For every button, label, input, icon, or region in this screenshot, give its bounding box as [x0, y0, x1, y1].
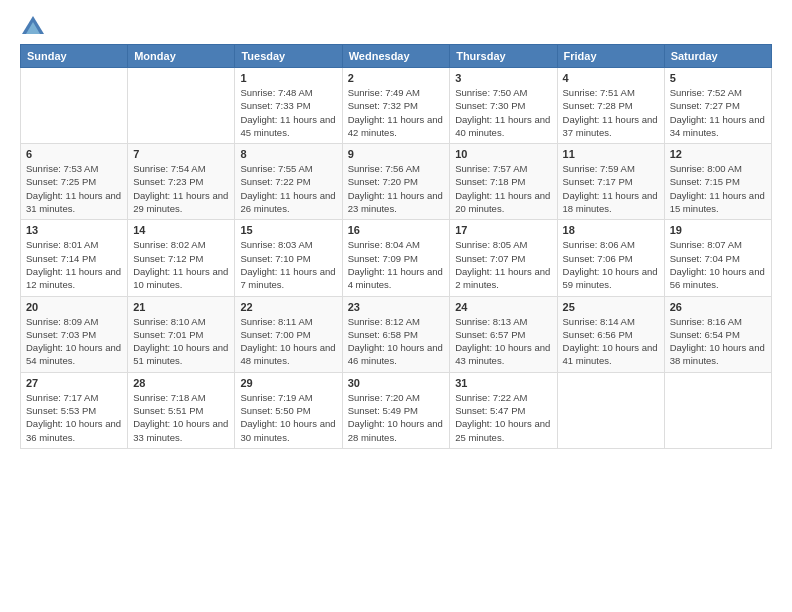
- day-info: Sunrise: 7:48 AMSunset: 7:33 PMDaylight:…: [240, 86, 336, 139]
- day-number: 8: [240, 148, 336, 160]
- day-info: Sunrise: 8:11 AMSunset: 7:00 PMDaylight:…: [240, 315, 336, 368]
- day-info: Sunrise: 8:13 AMSunset: 6:57 PMDaylight:…: [455, 315, 551, 368]
- day-info: Sunrise: 8:06 AMSunset: 7:06 PMDaylight:…: [563, 238, 659, 291]
- calendar-cell: [21, 68, 128, 144]
- logo: [20, 16, 44, 34]
- day-number: 17: [455, 224, 551, 236]
- day-info: Sunrise: 7:50 AMSunset: 7:30 PMDaylight:…: [455, 86, 551, 139]
- day-number: 16: [348, 224, 445, 236]
- page-header: [20, 16, 772, 34]
- day-number: 27: [26, 377, 122, 389]
- day-number: 14: [133, 224, 229, 236]
- day-number: 6: [26, 148, 122, 160]
- day-info: Sunrise: 8:12 AMSunset: 6:58 PMDaylight:…: [348, 315, 445, 368]
- day-info: Sunrise: 8:02 AMSunset: 7:12 PMDaylight:…: [133, 238, 229, 291]
- day-info: Sunrise: 7:53 AMSunset: 7:25 PMDaylight:…: [26, 162, 122, 215]
- calendar-cell: 18Sunrise: 8:06 AMSunset: 7:06 PMDayligh…: [557, 220, 664, 296]
- day-number: 1: [240, 72, 336, 84]
- day-number: 13: [26, 224, 122, 236]
- calendar-cell: 11Sunrise: 7:59 AMSunset: 7:17 PMDayligh…: [557, 144, 664, 220]
- calendar-cell: 25Sunrise: 8:14 AMSunset: 6:56 PMDayligh…: [557, 296, 664, 372]
- calendar-table: SundayMondayTuesdayWednesdayThursdayFrid…: [20, 44, 772, 449]
- day-info: Sunrise: 7:52 AMSunset: 7:27 PMDaylight:…: [670, 86, 766, 139]
- calendar-cell: 22Sunrise: 8:11 AMSunset: 7:00 PMDayligh…: [235, 296, 342, 372]
- day-number: 30: [348, 377, 445, 389]
- calendar-cell: 31Sunrise: 7:22 AMSunset: 5:47 PMDayligh…: [450, 372, 557, 448]
- day-header-sunday: Sunday: [21, 45, 128, 68]
- day-number: 15: [240, 224, 336, 236]
- calendar-cell: 7Sunrise: 7:54 AMSunset: 7:23 PMDaylight…: [128, 144, 235, 220]
- day-header-wednesday: Wednesday: [342, 45, 450, 68]
- day-number: 10: [455, 148, 551, 160]
- day-info: Sunrise: 7:57 AMSunset: 7:18 PMDaylight:…: [455, 162, 551, 215]
- day-info: Sunrise: 8:03 AMSunset: 7:10 PMDaylight:…: [240, 238, 336, 291]
- day-info: Sunrise: 8:04 AMSunset: 7:09 PMDaylight:…: [348, 238, 445, 291]
- calendar-cell: [557, 372, 664, 448]
- calendar-cell: 6Sunrise: 7:53 AMSunset: 7:25 PMDaylight…: [21, 144, 128, 220]
- calendar-cell: 17Sunrise: 8:05 AMSunset: 7:07 PMDayligh…: [450, 220, 557, 296]
- calendar-cell: 23Sunrise: 8:12 AMSunset: 6:58 PMDayligh…: [342, 296, 450, 372]
- day-header-friday: Friday: [557, 45, 664, 68]
- calendar-cell: 21Sunrise: 8:10 AMSunset: 7:01 PMDayligh…: [128, 296, 235, 372]
- day-number: 26: [670, 301, 766, 313]
- calendar-cell: 24Sunrise: 8:13 AMSunset: 6:57 PMDayligh…: [450, 296, 557, 372]
- day-header-saturday: Saturday: [664, 45, 771, 68]
- logo-icon: [22, 16, 44, 34]
- calendar-cell: 12Sunrise: 8:00 AMSunset: 7:15 PMDayligh…: [664, 144, 771, 220]
- calendar-cell: 20Sunrise: 8:09 AMSunset: 7:03 PMDayligh…: [21, 296, 128, 372]
- day-info: Sunrise: 8:16 AMSunset: 6:54 PMDaylight:…: [670, 315, 766, 368]
- day-number: 29: [240, 377, 336, 389]
- day-number: 12: [670, 148, 766, 160]
- calendar-week-row: 1Sunrise: 7:48 AMSunset: 7:33 PMDaylight…: [21, 68, 772, 144]
- day-info: Sunrise: 7:49 AMSunset: 7:32 PMDaylight:…: [348, 86, 445, 139]
- calendar-header-row: SundayMondayTuesdayWednesdayThursdayFrid…: [21, 45, 772, 68]
- calendar-cell: 1Sunrise: 7:48 AMSunset: 7:33 PMDaylight…: [235, 68, 342, 144]
- day-info: Sunrise: 7:20 AMSunset: 5:49 PMDaylight:…: [348, 391, 445, 444]
- day-number: 25: [563, 301, 659, 313]
- calendar-cell: 4Sunrise: 7:51 AMSunset: 7:28 PMDaylight…: [557, 68, 664, 144]
- calendar-cell: 8Sunrise: 7:55 AMSunset: 7:22 PMDaylight…: [235, 144, 342, 220]
- day-info: Sunrise: 8:09 AMSunset: 7:03 PMDaylight:…: [26, 315, 122, 368]
- day-info: Sunrise: 8:10 AMSunset: 7:01 PMDaylight:…: [133, 315, 229, 368]
- day-number: 22: [240, 301, 336, 313]
- day-info: Sunrise: 7:19 AMSunset: 5:50 PMDaylight:…: [240, 391, 336, 444]
- day-info: Sunrise: 8:00 AMSunset: 7:15 PMDaylight:…: [670, 162, 766, 215]
- day-info: Sunrise: 8:07 AMSunset: 7:04 PMDaylight:…: [670, 238, 766, 291]
- calendar-cell: 26Sunrise: 8:16 AMSunset: 6:54 PMDayligh…: [664, 296, 771, 372]
- day-number: 3: [455, 72, 551, 84]
- day-info: Sunrise: 8:05 AMSunset: 7:07 PMDaylight:…: [455, 238, 551, 291]
- day-header-thursday: Thursday: [450, 45, 557, 68]
- day-info: Sunrise: 7:56 AMSunset: 7:20 PMDaylight:…: [348, 162, 445, 215]
- calendar-cell: 19Sunrise: 8:07 AMSunset: 7:04 PMDayligh…: [664, 220, 771, 296]
- day-number: 28: [133, 377, 229, 389]
- calendar-week-row: 13Sunrise: 8:01 AMSunset: 7:14 PMDayligh…: [21, 220, 772, 296]
- calendar-week-row: 27Sunrise: 7:17 AMSunset: 5:53 PMDayligh…: [21, 372, 772, 448]
- day-number: 21: [133, 301, 229, 313]
- calendar-cell: 15Sunrise: 8:03 AMSunset: 7:10 PMDayligh…: [235, 220, 342, 296]
- calendar-cell: 2Sunrise: 7:49 AMSunset: 7:32 PMDaylight…: [342, 68, 450, 144]
- calendar-cell: 14Sunrise: 8:02 AMSunset: 7:12 PMDayligh…: [128, 220, 235, 296]
- calendar-cell: 16Sunrise: 8:04 AMSunset: 7:09 PMDayligh…: [342, 220, 450, 296]
- day-number: 2: [348, 72, 445, 84]
- day-number: 18: [563, 224, 659, 236]
- calendar-cell: [664, 372, 771, 448]
- calendar-cell: 30Sunrise: 7:20 AMSunset: 5:49 PMDayligh…: [342, 372, 450, 448]
- calendar-week-row: 20Sunrise: 8:09 AMSunset: 7:03 PMDayligh…: [21, 296, 772, 372]
- calendar-cell: 29Sunrise: 7:19 AMSunset: 5:50 PMDayligh…: [235, 372, 342, 448]
- day-number: 31: [455, 377, 551, 389]
- day-info: Sunrise: 7:51 AMSunset: 7:28 PMDaylight:…: [563, 86, 659, 139]
- day-info: Sunrise: 7:59 AMSunset: 7:17 PMDaylight:…: [563, 162, 659, 215]
- calendar-cell: 28Sunrise: 7:18 AMSunset: 5:51 PMDayligh…: [128, 372, 235, 448]
- day-number: 5: [670, 72, 766, 84]
- calendar-cell: 5Sunrise: 7:52 AMSunset: 7:27 PMDaylight…: [664, 68, 771, 144]
- day-info: Sunrise: 7:22 AMSunset: 5:47 PMDaylight:…: [455, 391, 551, 444]
- day-number: 23: [348, 301, 445, 313]
- day-number: 11: [563, 148, 659, 160]
- day-number: 7: [133, 148, 229, 160]
- calendar-cell: [128, 68, 235, 144]
- day-info: Sunrise: 7:18 AMSunset: 5:51 PMDaylight:…: [133, 391, 229, 444]
- calendar-cell: 27Sunrise: 7:17 AMSunset: 5:53 PMDayligh…: [21, 372, 128, 448]
- calendar-cell: 13Sunrise: 8:01 AMSunset: 7:14 PMDayligh…: [21, 220, 128, 296]
- calendar-week-row: 6Sunrise: 7:53 AMSunset: 7:25 PMDaylight…: [21, 144, 772, 220]
- day-info: Sunrise: 7:17 AMSunset: 5:53 PMDaylight:…: [26, 391, 122, 444]
